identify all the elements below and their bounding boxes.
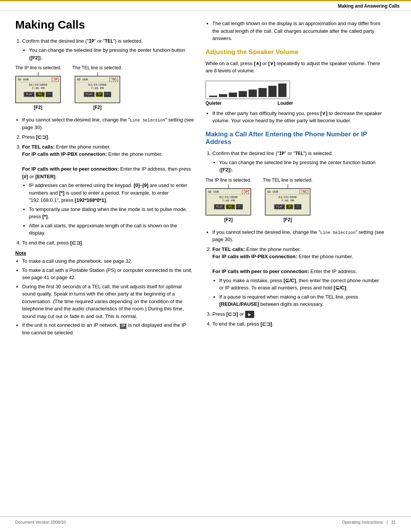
section-title: Making and Answering Calls [338, 3, 400, 9]
footer: Document Version 2008/10 Operating Instr… [0, 516, 411, 524]
making-call-step-2-bullet-1: If you make a mistake, press [⊆/C], then… [219, 277, 384, 292]
footer-left: Document Version 2008/10 [15, 520, 66, 524]
bar-1 [209, 96, 217, 97]
left-column: Making Calls Confirm that the desired li… [15, 18, 194, 339]
bar-7 [268, 86, 277, 97]
f2-label-right-r: [F2] [284, 217, 292, 222]
footer-right-text: Operating Instructions [342, 520, 383, 524]
volume-sub-bullets: If the other party has difficulty hearin… [206, 110, 384, 125]
step-3: For TEL calls: Enter the phone number. F… [22, 143, 194, 237]
making-call-step-2: For TEL calls: Enter the phone number. F… [212, 246, 384, 308]
footer-right: Operating Instructions | 31 [342, 520, 396, 524]
steps-2-4: Press [⊏⊐]. For TEL calls: Enter the pho… [15, 133, 194, 246]
ip-display-group: The IP line is selected. SD USB :IP 01/2… [15, 65, 61, 110]
tel-display-label: The TEL line is selected. [73, 65, 123, 70]
volume-intro: While on a call, press [∧] or [∨] repeat… [206, 60, 384, 75]
note-bullet-4: If the unit is not connected to an IP ne… [22, 321, 194, 336]
tel-phone-screen-r: SD USB :TEL 01/23/20087:45 PM PLAY IP □□ [265, 188, 311, 216]
note-title: Note [15, 250, 194, 256]
tel-display-group-r: The TEL line is selected. SD USB :TEL 01… [263, 177, 313, 222]
ip-display-label: The IP line is selected. [15, 65, 61, 70]
step-3-bullets: IP addresses can be entered using the ke… [22, 182, 194, 237]
making-call-step-4: To end the call, press [⊏⊐]. [212, 320, 384, 328]
volume-labels: Quieter Louder [206, 101, 293, 106]
tel-display-group: The TEL line is selected. SD USB :TEL 01… [73, 65, 123, 110]
quieter-label: Quieter [206, 101, 221, 106]
line-selection-note-right: If you cannot select the desired line, c… [212, 228, 384, 243]
making-call-steps: Confirm that the desired line ("IP" or "… [206, 150, 384, 174]
ip-phone-screen-r: SD USB :IP 01/23/20087:45 PM PLAY TEL □□ [206, 188, 251, 216]
bar-2 [219, 94, 227, 97]
step-3-bullet-2: To temporarily use tone dialing when the… [29, 206, 194, 220]
step-4: To end the call, press [⊏⊐]. [22, 239, 194, 247]
send-button-icon: ▶ [245, 311, 254, 318]
f2-label-right: [F2] [93, 105, 102, 110]
making-call-title: Making a Call After Entering the Phone N… [206, 131, 384, 146]
making-call-steps-2-4: For TEL calls: Enter the phone number. F… [206, 246, 384, 328]
adjusting-volume-title: Adjusting the Speaker Volume [206, 48, 384, 56]
ip-phone-screen: SD USB :IP 01/23/20087:45 PM PLAY TEL □□ [15, 76, 61, 103]
note-section: Note To make a call using the phonebook,… [15, 250, 194, 336]
making-call-step-2-bullets: If you make a mistake, press [⊆/C], then… [212, 277, 384, 308]
step-3-bullet-1: IP addresses can be entered using the ke… [29, 182, 194, 204]
call-length-note: The call length shown on the display is … [212, 20, 384, 42]
f2-label-left-r: [F2] [224, 217, 233, 222]
after-display-bullets-right: If you cannot select the desired line, c… [206, 228, 384, 243]
step-3-bullet-3: After a call starts, the approximate len… [29, 222, 194, 237]
right-top-bullets: The call length shown on the display is … [206, 20, 384, 42]
page-content: Making Calls Confirm that the desired li… [0, 11, 411, 346]
step-2: Press [⊏⊐]. [22, 133, 194, 141]
step-1-sub: You can change the selected line by pres… [29, 46, 194, 61]
after-display-bullets-left: If you cannot select the desired line, c… [15, 116, 194, 131]
making-call-step-3: Press [⊏⊐] or ▶. [212, 310, 384, 318]
bar-8 [278, 83, 287, 97]
volume-bars [209, 83, 287, 97]
volume-bar-container [206, 81, 290, 99]
phone-displays-right: The IP line is selected. SD USB :IP 01/2… [206, 177, 384, 222]
main-title: Making Calls [15, 18, 194, 31]
phone-displays-left: The IP line is selected. SD USB :IP 01/2… [15, 65, 194, 110]
making-call-step-1: Confirm that the desired line ("IP" or "… [212, 150, 384, 174]
volume-sub-bullet: If the other party has difficulty hearin… [212, 110, 384, 125]
main-steps-list: Confirm that the desired line ("IP" or "… [15, 37, 194, 61]
making-call-step-1-sub: You can change the selected line by pres… [219, 159, 384, 174]
line-selection-note-left: If you cannot select the desired line, c… [22, 116, 194, 131]
louder-label: Louder [277, 101, 293, 106]
bar-3 [229, 93, 237, 97]
f2-label-left: [F2] [34, 105, 42, 110]
note-bullet-2: To make a call with a Portable Station (… [22, 267, 194, 281]
bar-5 [249, 89, 257, 97]
note-bullet-3: During the first 30 seconds of a TEL cal… [22, 283, 194, 320]
right-column: The call length shown on the display is … [206, 18, 384, 339]
ip-display-group-r: The IP line is selected. SD USB :IP 01/2… [206, 177, 252, 222]
tel-phone-screen: SD USB :TEL 01/23/20087:45 PM PLAY IP □□ [75, 76, 120, 103]
ip-display-label-r: The IP line is selected. [206, 177, 252, 183]
note-bullet-1: To make a call using the phonebook, see … [22, 257, 194, 265]
section-header: Making and Answering Calls [0, 1, 411, 11]
bar-6 [258, 88, 267, 97]
note-bullets: To make a call using the phonebook, see … [15, 257, 194, 336]
bar-4 [239, 91, 247, 97]
making-call-step-2-bullet-2: If a pause is required when making a cal… [219, 293, 384, 308]
tel-display-label-r: The TEL line is selected. [263, 177, 313, 183]
footer-page-num: 31 [391, 520, 396, 524]
step-1: Confirm that the desired line ("IP" or "… [22, 37, 194, 61]
